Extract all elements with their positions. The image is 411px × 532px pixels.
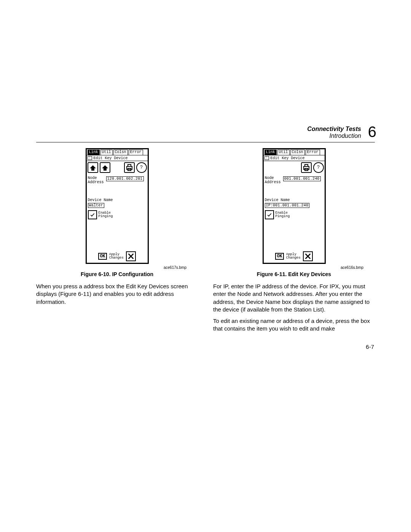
- figure-caption-right: Figure 6-11. Edit Key Devices: [213, 271, 375, 277]
- enable-label-line2: Pinging: [99, 215, 113, 218]
- device-name-input[interactable]: IP:001.001.001.240: [265, 203, 310, 208]
- help-button[interactable]: ?: [313, 162, 324, 173]
- screen-title: Edit Key Device: [271, 156, 305, 160]
- help-icon: ?: [317, 165, 320, 170]
- tab-colsn[interactable]: Colsn: [113, 150, 128, 155]
- device-screen-edit-key: Link Util Colsn Error ⋮ Edit Key Device …: [263, 148, 326, 264]
- chapter-number: 6: [368, 123, 376, 141]
- device-name-input[interactable]: Walter: [88, 203, 104, 208]
- node-label-line1: Node: [88, 176, 97, 180]
- bmp-filename-right: ace616s.bmp: [213, 265, 363, 270]
- apply-label-line2: Changes: [109, 256, 124, 260]
- help-icon: ?: [140, 165, 143, 170]
- apply-label-line2: Changes: [286, 256, 301, 260]
- right-paragraph-2: To edit an existing name or address of a…: [213, 317, 375, 333]
- device-name-label: Device Name: [87, 198, 148, 203]
- tab-link[interactable]: Link: [264, 150, 277, 155]
- tab-error[interactable]: Error: [306, 150, 320, 155]
- header-title: Connectivity Tests: [307, 126, 361, 133]
- node-label-line2: Address: [265, 180, 281, 184]
- tab-util[interactable]: Util: [277, 150, 290, 155]
- node-address-input[interactable]: 128.001.002.201: [106, 176, 144, 181]
- status-indicator-icon: ⋮: [264, 156, 269, 160]
- node-address-input[interactable]: 001.001.001.240: [283, 176, 321, 181]
- right-paragraph-1: For IP, enter the IP address of the devi…: [213, 283, 375, 313]
- help-button[interactable]: ?: [136, 162, 147, 173]
- svg-rect-1: [128, 165, 131, 166]
- tab-colsn[interactable]: Colsn: [290, 150, 305, 155]
- enable-pinging-checkbox[interactable]: [265, 210, 274, 219]
- device-screen-ip-config: Link Util Colsn Error ⋮ Edit Key Device: [86, 148, 149, 264]
- svg-rect-4: [305, 165, 308, 166]
- print-button[interactable]: [124, 162, 135, 173]
- enable-label-line2: Pinging: [276, 215, 290, 218]
- print-button[interactable]: [301, 162, 312, 173]
- node-label-line2: Address: [88, 180, 104, 184]
- tab-util[interactable]: Util: [100, 150, 113, 155]
- figure-caption-left: Figure 6-10. IP Configuration: [36, 271, 198, 277]
- tab-error[interactable]: Error: [129, 150, 143, 155]
- bmp-filename-left: ace617s.bmp: [36, 265, 186, 270]
- device-name-label: Device Name: [264, 198, 325, 203]
- ok-button[interactable]: OK: [275, 253, 284, 260]
- ok-button[interactable]: OK: [98, 253, 107, 260]
- header-subtitle: Introduction: [307, 133, 361, 139]
- up-key-1-button[interactable]: [88, 162, 98, 173]
- cancel-button[interactable]: [126, 251, 136, 261]
- page-header: Connectivity Tests Introduction 6: [36, 126, 375, 142]
- tab-link[interactable]: Link: [88, 150, 100, 155]
- node-label-line1: Node: [265, 176, 274, 180]
- enable-pinging-checkbox[interactable]: [88, 210, 97, 219]
- page-number: 6-7: [213, 343, 375, 350]
- screen-title: Edit Key Device: [94, 156, 128, 160]
- left-paragraph-1: When you press a address box the Edit Ke…: [36, 283, 198, 306]
- cancel-button[interactable]: [303, 251, 313, 261]
- status-indicator-icon: ⋮: [88, 156, 92, 160]
- up-key-2-button[interactable]: [100, 162, 110, 173]
